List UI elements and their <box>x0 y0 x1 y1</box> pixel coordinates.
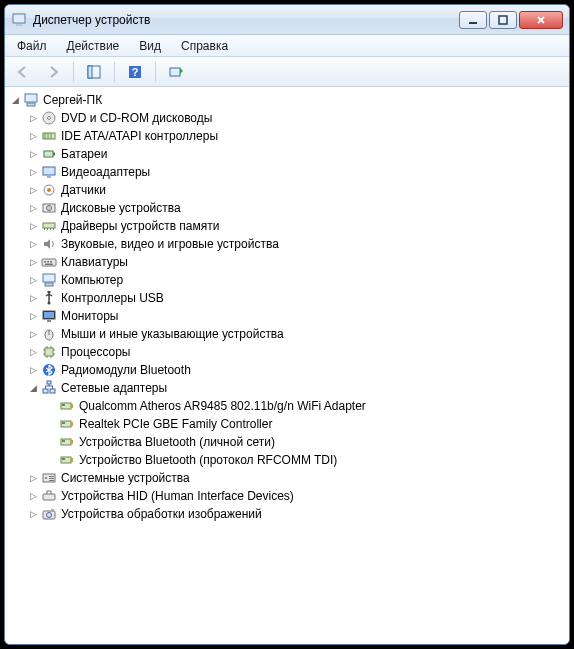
tree-category-row[interactable]: ▷Радиомодули Bluetooth <box>25 361 567 379</box>
bluetooth-icon <box>41 362 57 378</box>
expand-icon[interactable]: ▷ <box>27 310 39 322</box>
tree-device-label: Устройство Bluetooth (протокол RFCOMM TD… <box>79 453 337 467</box>
expand-icon[interactable]: ▷ <box>27 328 39 340</box>
expand-icon[interactable]: ▷ <box>27 490 39 502</box>
memory-icon <box>41 218 57 234</box>
svg-point-24 <box>47 206 52 211</box>
window-controls <box>459 11 563 29</box>
tree-category-label: Датчики <box>61 183 106 197</box>
svg-rect-17 <box>44 151 53 157</box>
svg-rect-77 <box>51 509 54 511</box>
svg-rect-10 <box>27 103 35 106</box>
show-hide-tree-button[interactable] <box>82 60 106 84</box>
tree-category-row[interactable]: ▷Системные устройства <box>25 469 567 487</box>
forward-button[interactable] <box>41 60 65 84</box>
netcard-icon <box>59 452 75 468</box>
tree-category-label: Дисковые устройства <box>61 201 181 215</box>
toolbar: ? <box>5 57 569 87</box>
sound-icon <box>41 236 57 252</box>
svg-rect-33 <box>50 261 52 263</box>
tree-device-row[interactable]: Realtek PCIe GBE Family Controller <box>43 415 567 433</box>
expand-icon[interactable]: ▷ <box>27 112 39 124</box>
tree-category-row[interactable]: ▷Процессоры <box>25 343 567 361</box>
tree-category-row[interactable]: ▷Мыши и иные указывающие устройства <box>25 325 567 343</box>
minimize-button[interactable] <box>459 11 487 29</box>
tree-category-row[interactable]: ▷IDE ATA/ATAPI контроллеры <box>25 127 567 145</box>
tree-category-row[interactable]: ▷Мониторы <box>25 307 567 325</box>
menu-help[interactable]: Справка <box>173 37 236 55</box>
expand-icon[interactable]: ▷ <box>27 130 39 142</box>
expand-icon[interactable]: ▷ <box>27 508 39 520</box>
svg-rect-35 <box>43 274 55 282</box>
expand-icon[interactable]: ▷ <box>27 184 39 196</box>
back-button[interactable] <box>11 60 35 84</box>
tree-root-row[interactable]: ◢ Сергей-ПК <box>7 91 567 109</box>
svg-rect-72 <box>49 478 54 479</box>
tree-category-label: Компьютер <box>61 273 123 287</box>
hid-icon <box>41 488 57 504</box>
tree-category-label: Батареи <box>61 147 107 161</box>
expand-icon[interactable]: ▷ <box>27 148 39 160</box>
display-icon <box>41 164 57 180</box>
netcard-icon <box>59 398 75 414</box>
expand-icon[interactable]: ▷ <box>27 220 39 232</box>
tree-category-row[interactable]: ▷Контроллеры USB <box>25 289 567 307</box>
expand-icon[interactable]: ▷ <box>27 274 39 286</box>
device-tree-panel[interactable]: ◢ Сергей-ПК ▷DVD и CD-ROM дисководы▷IDE … <box>5 87 569 644</box>
expand-icon[interactable]: ▷ <box>27 364 39 376</box>
drive-icon <box>41 200 57 216</box>
svg-rect-5 <box>88 66 92 78</box>
expand-icon[interactable]: ▷ <box>27 202 39 214</box>
tree-category-row[interactable]: ▷Компьютер <box>25 271 567 289</box>
tree-device-row[interactable]: Устройство Bluetooth (протокол RFCOMM TD… <box>43 451 567 469</box>
svg-rect-38 <box>48 291 51 293</box>
expand-icon[interactable]: ▷ <box>27 472 39 484</box>
expand-icon[interactable]: ▷ <box>27 346 39 358</box>
svg-point-12 <box>48 117 51 120</box>
expand-icon[interactable]: ▷ <box>27 292 39 304</box>
collapse-icon[interactable]: ◢ <box>9 94 21 106</box>
svg-rect-41 <box>47 320 51 322</box>
maximize-button[interactable] <box>489 11 517 29</box>
svg-rect-19 <box>43 167 55 175</box>
menu-action[interactable]: Действие <box>59 37 128 55</box>
menu-view[interactable]: Вид <box>131 37 169 55</box>
svg-rect-1 <box>16 24 22 26</box>
tree-device-row[interactable]: Qualcomm Atheros AR9485 802.11b/g/n WiFi… <box>43 397 567 415</box>
tree-category-row[interactable]: ▷Батареи <box>25 145 567 163</box>
netcard-icon <box>59 416 75 432</box>
toolbar-separator <box>114 62 115 82</box>
svg-rect-58 <box>71 404 73 408</box>
tree-category-row[interactable]: ▷Драйверы устройств памяти <box>25 217 567 235</box>
sensor-icon <box>41 182 57 198</box>
collapse-icon[interactable]: ◢ <box>27 382 39 394</box>
tree-category-row[interactable]: ▷Звуковые, видео и игровые устройства <box>25 235 567 253</box>
tree-category-row[interactable]: ▷Видеоадаптеры <box>25 163 567 181</box>
tree-category-row[interactable]: ▷Устройства HID (Human Interface Devices… <box>25 487 567 505</box>
svg-rect-74 <box>43 494 55 500</box>
tree-category-row[interactable]: ◢Сетевые адаптеры <box>25 379 567 397</box>
svg-rect-40 <box>44 312 54 318</box>
menu-file[interactable]: Файл <box>9 37 55 55</box>
tree-device-label: Qualcomm Atheros AR9485 802.11b/g/n WiFi… <box>79 399 366 413</box>
network-icon <box>41 380 57 396</box>
close-button[interactable] <box>519 11 563 29</box>
expand-icon[interactable]: ▷ <box>27 238 39 250</box>
tree-category-row[interactable]: ▷Дисковые устройства <box>25 199 567 217</box>
window-title: Диспетчер устройств <box>33 13 459 27</box>
tree-category-row[interactable]: ▷Устройства обработки изображений <box>25 505 567 523</box>
expand-icon[interactable]: ▷ <box>27 256 39 268</box>
tree-category-label: Мониторы <box>61 309 118 323</box>
expand-icon[interactable]: ▷ <box>27 166 39 178</box>
tree-category-label: DVD и CD-ROM дисководы <box>61 111 212 125</box>
tree-category-label: IDE ATA/ATAPI контроллеры <box>61 129 218 143</box>
tree-category-row[interactable]: ▷Клавиатуры <box>25 253 567 271</box>
tree-device-row[interactable]: Устройства Bluetooth (личной сети) <box>43 433 567 451</box>
help-button[interactable]: ? <box>123 60 147 84</box>
titlebar[interactable]: Диспетчер устройств <box>5 5 569 35</box>
tree-category-row[interactable]: ▷DVD и CD-ROM дисководы <box>25 109 567 127</box>
scan-hardware-button[interactable] <box>164 60 188 84</box>
tree-category-label: Контроллеры USB <box>61 291 164 305</box>
tree-category-label: Устройства обработки изображений <box>61 507 262 521</box>
tree-category-row[interactable]: ▷Датчики <box>25 181 567 199</box>
